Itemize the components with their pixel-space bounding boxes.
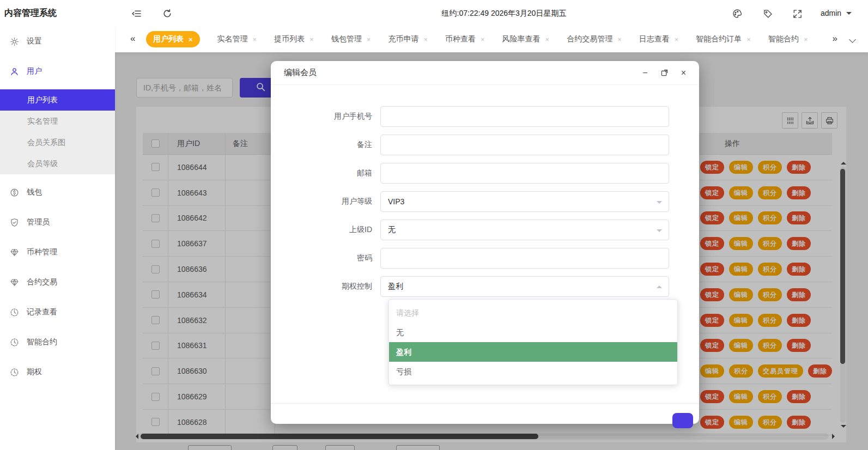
tab-close-icon[interactable]: ×: [545, 35, 550, 44]
fullscreen-icon[interactable]: [790, 7, 804, 21]
field-input-2[interactable]: [380, 135, 669, 155]
tab-4[interactable]: 钱包管理×: [331, 34, 371, 44]
sidebar-item-7[interactable]: 记录查看: [0, 301, 115, 323]
sidebar-item-label: 期权: [27, 367, 42, 377]
chevron-down-icon: [846, 12, 852, 17]
sidebar-item-label: 智能合约: [27, 337, 57, 347]
field-input-6[interactable]: [380, 248, 669, 269]
tab-8[interactable]: 合约交易管理×: [567, 34, 622, 44]
field-select-7[interactable]: 盈利: [380, 276, 669, 297]
sidebar-subitem-1[interactable]: 用户列表: [0, 89, 115, 111]
clock-icon: [10, 368, 19, 377]
sidebar-item-4[interactable]: 管理员: [0, 211, 115, 233]
tab-close-icon[interactable]: ×: [423, 35, 428, 44]
field-select-5[interactable]: 无: [380, 220, 669, 240]
sidebar-item-label: 合约交易: [27, 277, 57, 287]
field-label: 备注: [271, 140, 380, 150]
tab-close-icon[interactable]: ×: [309, 35, 314, 44]
tab-close-icon[interactable]: ×: [189, 35, 193, 44]
gem-icon: [10, 278, 19, 287]
field-select-4[interactable]: VIP3: [380, 191, 669, 212]
sidebar-menu: 设置用户用户列表实名管理会员关系图会员等级钱包管理员币种管理合约交易记录查看智能…: [0, 31, 115, 383]
palette-icon[interactable]: [730, 7, 744, 21]
sidebar-item-8[interactable]: 智能合约: [0, 331, 115, 353]
sidebar-item-5[interactable]: 币种管理: [0, 241, 115, 263]
user-icon: [10, 67, 19, 76]
form-row: 期权控制盈利: [271, 276, 699, 297]
tab-close-icon[interactable]: ×: [481, 35, 485, 44]
tab-close-icon[interactable]: ×: [367, 35, 371, 44]
tab-list: 用户列表×实名管理×提币列表×钱包管理×充币申请×币种查看×风险率查看×合约交易…: [146, 26, 821, 52]
tab-label: 钱包管理: [331, 34, 362, 44]
tab-close-icon[interactable]: ×: [253, 35, 257, 44]
tab-6[interactable]: 币种查看×: [445, 34, 485, 44]
sidebar-subitem-2[interactable]: 实名管理: [0, 111, 115, 132]
tab-close-icon[interactable]: ×: [617, 35, 622, 44]
sidebar-item-1[interactable]: 设置: [0, 31, 115, 52]
tabs-dropdown-icon[interactable]: [849, 36, 856, 43]
dialog-title: 编辑会员: [284, 68, 317, 78]
form-row: 上级ID无: [271, 220, 699, 240]
field-label: 用户等级: [271, 197, 380, 206]
tab-9[interactable]: 日志查看×: [639, 34, 679, 44]
close-icon[interactable]: ×: [681, 69, 686, 77]
minimize-icon[interactable]: −: [642, 69, 647, 77]
sidebar: 设置用户用户列表实名管理会员关系图会员等级钱包管理员币种管理合约交易记录查看智能…: [0, 26, 115, 450]
tab-3[interactable]: 提币列表×: [274, 34, 314, 44]
sidebar-item-9[interactable]: 期权: [0, 361, 115, 383]
sidebar-subitem-3[interactable]: 会员关系图: [0, 132, 115, 153]
tab-bar: « 用户列表×实名管理×提币列表×钱包管理×充币申请×币种查看×风险率查看×合约…: [115, 26, 868, 52]
sidebar-item-6[interactable]: 合约交易: [0, 271, 115, 293]
tab-label: 风险率查看: [502, 34, 541, 44]
app-title: 内容管理系统: [4, 0, 57, 26]
sidebar-item-label: 管理员: [27, 217, 50, 227]
tab-7[interactable]: 风险率查看×: [502, 34, 550, 44]
dialog-header[interactable]: 编辑会员 − ×: [271, 61, 699, 85]
clock-text: 纽约:07:22:49 2026年3月20日星期五: [381, 0, 627, 26]
gem-icon: [10, 248, 19, 257]
field-input-3[interactable]: [380, 163, 669, 184]
field-label: 密码: [271, 253, 380, 263]
dropdown-option-2[interactable]: 无: [389, 323, 677, 342]
field-input-1[interactable]: [380, 106, 669, 127]
select-value: 无: [388, 225, 396, 235]
caret-down-icon: [657, 201, 662, 206]
sidebar-item-label: 币种管理: [27, 247, 57, 257]
sidebar-item-2[interactable]: 用户: [0, 60, 115, 82]
footer-divider: [271, 403, 699, 404]
tab-label: 合约交易管理: [567, 34, 612, 44]
tab-1[interactable]: 用户列表×: [146, 31, 200, 47]
user-menu[interactable]: admin: [821, 0, 841, 26]
dropdown-option-4[interactable]: 亏损: [389, 362, 677, 381]
tab-label: 币种查看: [445, 34, 476, 44]
sidebar-collapse-icon[interactable]: [130, 7, 144, 21]
tab-label: 充币申请: [388, 34, 418, 44]
sidebar-item-3[interactable]: 钱包: [0, 181, 115, 203]
tabs-scroll-right-icon[interactable]: »: [833, 26, 837, 52]
sidebar-subitem-4[interactable]: 会员等级: [0, 153, 115, 174]
clock-icon: [10, 338, 19, 347]
tab-label: 实名管理: [217, 34, 248, 44]
dropdown-option-1[interactable]: 请选择: [389, 303, 677, 323]
tab-close-icon[interactable]: ×: [804, 35, 808, 44]
tab-2[interactable]: 实名管理×: [217, 34, 257, 44]
tab-label: 用户列表: [153, 34, 184, 44]
field-label: 上级ID: [271, 225, 380, 235]
tab-label: 提币列表: [274, 34, 305, 44]
dropdown-option-3[interactable]: 盈利: [389, 342, 677, 362]
tabs-scroll-left-icon[interactable]: «: [130, 26, 135, 52]
sidebar-item-label: 用户: [27, 66, 42, 76]
confirm-button[interactable]: [672, 413, 693, 428]
tab-5[interactable]: 充币申请×: [388, 34, 428, 44]
refresh-icon[interactable]: [160, 7, 174, 21]
clock-icon: [10, 308, 19, 317]
form-row: 密码: [271, 248, 699, 269]
tab-label: 智能合约订单: [696, 34, 742, 44]
tab-10[interactable]: 智能合约订单×: [696, 34, 751, 44]
tag-icon[interactable]: [761, 7, 775, 21]
form-row: 用户等级VIP3: [271, 191, 699, 212]
tab-close-icon[interactable]: ×: [675, 35, 679, 44]
maximize-icon[interactable]: [661, 69, 668, 76]
tab-11[interactable]: 智能合约×: [768, 34, 808, 44]
tab-close-icon[interactable]: ×: [746, 35, 751, 44]
